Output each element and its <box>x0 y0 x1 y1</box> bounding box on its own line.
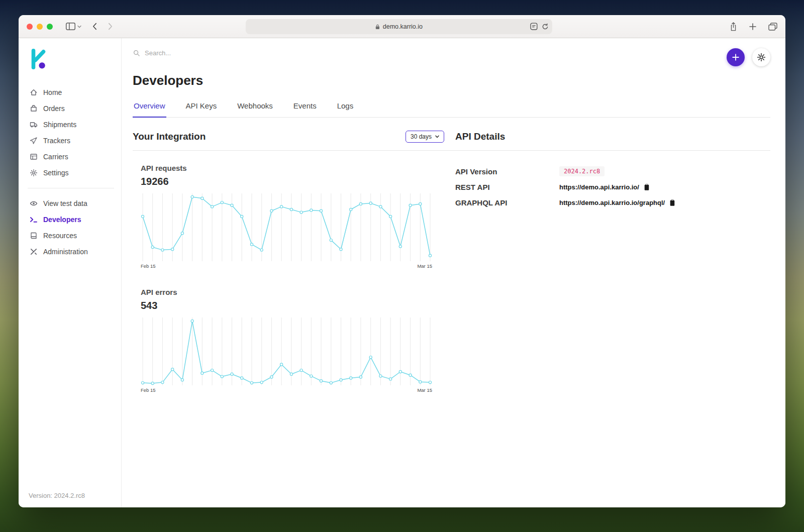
sidebar-item-shipments[interactable]: Shipments <box>28 117 114 133</box>
tab-logs[interactable]: Logs <box>336 101 355 117</box>
copy-icon[interactable] <box>669 199 675 206</box>
page-settings-icon[interactable] <box>530 23 538 30</box>
home-icon <box>30 88 38 96</box>
orders-icon <box>30 104 38 113</box>
chart-title: API requests <box>141 164 444 172</box>
x-axis-end-label: Mar 15 <box>417 263 432 269</box>
terminal-icon <box>30 216 38 224</box>
api-requests-chart <box>141 193 432 261</box>
book-icon <box>30 232 38 240</box>
sidebar-item-label: Shipments <box>43 121 76 129</box>
api-requests-chart-block: API requests 19266 Feb 15 Mar 15 <box>141 164 444 269</box>
sidebar-item-label: Settings <box>43 169 69 177</box>
api-version-value: 2024.2.rc8 <box>559 166 605 176</box>
x-axis-end-label: Mar 15 <box>417 387 432 393</box>
api-details-section-title: API Details <box>455 131 505 142</box>
sidebar-item-home[interactable]: Home <box>28 84 114 100</box>
chevron-down-icon <box>435 135 439 138</box>
minimize-window-button[interactable] <box>37 24 43 30</box>
search-icon <box>133 49 140 57</box>
sidebar-item-orders[interactable]: Orders <box>28 100 114 117</box>
page-title: Developers <box>133 73 770 88</box>
reload-icon[interactable] <box>542 23 549 30</box>
api-errors-chart-block: API errors 543 Feb 15 Mar 15 <box>141 288 444 393</box>
create-button[interactable] <box>727 48 745 66</box>
api-errors-chart <box>141 317 432 385</box>
zoom-window-button[interactable] <box>47 24 53 30</box>
detail-label: API Version <box>455 167 559 176</box>
graphql-api-row: GRAPHQL API https://demo.api.karrio.io/g… <box>455 197 770 208</box>
plus-icon <box>732 54 739 61</box>
x-axis-start-label: Feb 15 <box>141 387 156 393</box>
detail-label: GRAPHQL API <box>455 198 559 207</box>
truck-icon <box>30 121 38 129</box>
table-icon <box>30 153 38 161</box>
integration-section-title: Your Integration <box>133 131 206 142</box>
sidebar-item-administration[interactable]: Administration <box>28 244 114 260</box>
api-details-panel: API Version 2024.2.rc8 REST API https://… <box>455 164 770 393</box>
karrio-logo <box>29 48 114 70</box>
back-button[interactable] <box>92 23 97 30</box>
send-icon <box>30 137 38 145</box>
settings-button[interactable] <box>752 48 770 66</box>
sidebar-toggle-icon[interactable] <box>66 23 81 30</box>
address-bar[interactable]: demo.karrio.io <box>246 19 552 34</box>
lock-icon <box>375 24 380 30</box>
sidebar-item-developers[interactable]: Developers <box>28 211 114 228</box>
rest-api-url: https://demo.api.karrio.io/ <box>559 183 639 191</box>
search-input[interactable] <box>145 49 316 57</box>
x-axis-start-label: Feb 15 <box>141 263 156 269</box>
sidebar-divider <box>28 188 114 188</box>
detail-label: REST API <box>455 183 559 191</box>
copy-icon[interactable] <box>644 183 650 191</box>
tab-webhooks[interactable]: Webhooks <box>236 101 274 117</box>
sidebar-item-label: Orders <box>43 104 65 113</box>
new-tab-icon[interactable] <box>749 23 756 30</box>
url-text: demo.karrio.io <box>383 23 423 30</box>
sidebar-item-label: Resources <box>43 232 77 240</box>
tab-overview-icon[interactable] <box>768 23 777 31</box>
sidebar-item-label: View test data <box>43 199 87 207</box>
browser-window: demo.karrio.io <box>19 15 785 507</box>
tools-icon <box>30 248 38 256</box>
tab-overview[interactable]: Overview <box>133 101 166 118</box>
main-content: Developers Overview API Keys Webhooks Ev… <box>122 38 785 507</box>
eye-icon <box>30 199 38 207</box>
chart-total: 543 <box>141 300 444 311</box>
chart-title: API errors <box>141 288 444 296</box>
gear-icon <box>757 53 766 62</box>
app-version: Version: 2024.2.rc8 <box>28 490 114 500</box>
forward-button[interactable] <box>108 23 113 30</box>
sidebar-item-settings[interactable]: Settings <box>28 165 114 181</box>
sidebar-item-label: Developers <box>43 216 81 224</box>
tab-api-keys[interactable]: API Keys <box>185 101 218 117</box>
graphql-api-url: https://demo.api.karrio.io/graphql/ <box>559 199 665 206</box>
sidebar-item-label: Trackers <box>43 137 70 145</box>
sidebar: Home Orders Shipments Trackers Carriers … <box>19 38 122 507</box>
sidebar-item-trackers[interactable]: Trackers <box>28 133 114 149</box>
close-window-button[interactable] <box>27 24 33 30</box>
sidebar-item-resources[interactable]: Resources <box>28 228 114 244</box>
range-select[interactable]: 30 days <box>406 131 444 143</box>
chart-total: 19266 <box>141 176 444 187</box>
tab-events[interactable]: Events <box>292 101 318 117</box>
sidebar-item-label: Administration <box>43 248 88 256</box>
sidebar-item-view-test-data[interactable]: View test data <box>28 195 114 211</box>
api-version-row: API Version 2024.2.rc8 <box>455 166 770 177</box>
sidebar-item-label: Home <box>43 88 62 96</box>
traffic-lights <box>27 24 53 30</box>
rest-api-row: REST API https://demo.api.karrio.io/ <box>455 181 770 192</box>
share-icon[interactable] <box>730 22 737 31</box>
sidebar-item-label: Carriers <box>43 153 68 161</box>
range-select-value: 30 days <box>411 133 432 140</box>
browser-toolbar: demo.karrio.io <box>19 15 785 38</box>
tab-bar: Overview API Keys Webhooks Events Logs <box>133 101 770 118</box>
gear-icon <box>30 169 38 177</box>
chevron-down-icon <box>77 25 81 28</box>
sidebar-item-carriers[interactable]: Carriers <box>28 149 114 165</box>
